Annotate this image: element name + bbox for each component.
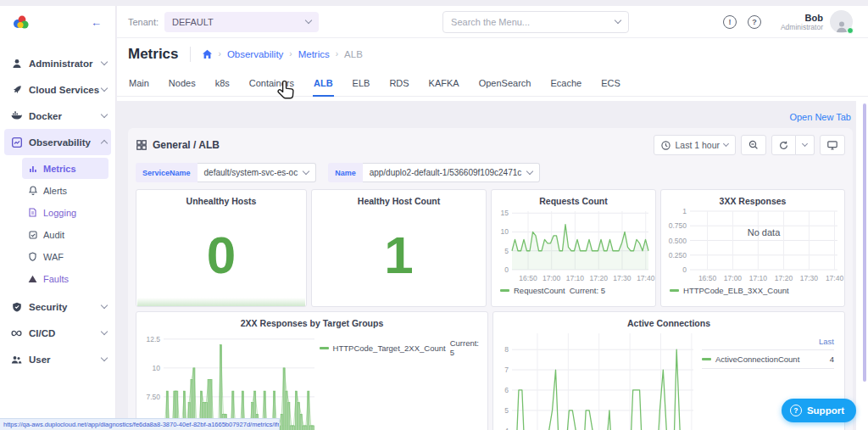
vertical-scrollbar[interactable] (863, 103, 866, 382)
panel-title: Requests Count (492, 190, 655, 206)
time-range-picker[interactable]: Last 1 hour (654, 135, 736, 155)
name-select[interactable]: app/duplo2-default-1/536609f109c2471c (363, 163, 541, 182)
chevron-down-icon (101, 302, 108, 309)
chevron-down-icon (101, 328, 108, 335)
svg-text:0.750: 0.750 (669, 221, 687, 230)
breadcrumb-row: Metrics › Observability › Metrics › ALB (117, 38, 868, 70)
panel-healthy-host-count: Healthy Host Count 1 (311, 189, 487, 307)
breadcrumb-link-metrics[interactable]: Metrics (298, 49, 330, 59)
checklist-icon (28, 230, 37, 239)
sidebar-item-observability[interactable]: Observability (4, 129, 111, 155)
dashboard-content: Open New Tab General / ALB Last 1 hour (117, 101, 856, 430)
template-variables: ServiceName default/system-svc-es-oc Nam… (136, 163, 845, 182)
open-new-tab-link[interactable]: Open New Tab (789, 112, 851, 122)
docker-whale-icon (11, 110, 22, 121)
bar-chart-icon (28, 164, 37, 173)
duplocloud-logo[interactable] (10, 14, 31, 31)
avatar[interactable] (830, 10, 853, 33)
legend[interactable]: RequestCount Current: 5 (492, 284, 655, 295)
legend[interactable]: HTTPCode_ELB_3XX_Count (661, 284, 844, 295)
tab-kafka[interactable]: KAFKA (428, 75, 460, 97)
tab-k8s[interactable]: k8s (214, 75, 231, 97)
panel-title: 3XX Responses (661, 190, 844, 206)
menu-search-input[interactable]: Search the Menu... (442, 11, 629, 33)
chevron-down-icon (101, 355, 108, 361)
chevron-down-icon (101, 59, 108, 65)
tab-nodes[interactable]: Nodes (168, 75, 197, 97)
chevron-up-icon (101, 140, 108, 147)
zoom-out-button[interactable] (741, 135, 766, 155)
tab-containers[interactable]: Containers (248, 75, 295, 97)
sidebar-item-cicd[interactable]: CI/CD (0, 320, 115, 346)
tab-rds[interactable]: RDS (388, 75, 409, 97)
infinity-icon (11, 327, 22, 338)
legend[interactable]: HTTPCode_Target_2XX_Count Current: 5 (321, 328, 487, 430)
svg-text:17:30: 17:30 (800, 274, 819, 282)
sidebar: ← Administrator Cloud Services Docker (0, 6, 116, 430)
sidebar-item-metrics[interactable]: Metrics (22, 158, 108, 179)
chevron-down-icon (101, 111, 108, 118)
sidebar-item-administrator[interactable]: Administrator (0, 50, 115, 76)
sidebar-item-faults[interactable]: Faults (22, 268, 108, 289)
svg-text:0.250: 0.250 (669, 251, 687, 260)
sidebar-item-docker[interactable]: Docker (0, 103, 115, 129)
breadcrumb-separator: › (219, 49, 221, 59)
dashboard-title: General / ALB (153, 139, 220, 151)
sidebar-item-alerts[interactable]: Alerts (22, 180, 108, 201)
svg-text:17:40: 17:40 (637, 274, 655, 282)
sidebar-collapse-icon[interactable]: ← (91, 16, 102, 29)
refresh-interval-dropdown[interactable] (796, 135, 815, 155)
sidebar-item-audit[interactable]: Audit (22, 224, 108, 245)
tab-ecs[interactable]: ECS (600, 75, 621, 97)
svg-text:7.50: 7.50 (146, 393, 160, 401)
chevron-down-icon (723, 141, 729, 147)
sidebar-item-waf[interactable]: WAF (22, 246, 108, 267)
name-label: Name (328, 163, 363, 182)
tab-main[interactable]: Main (128, 75, 150, 97)
breadcrumb-current: ALB (344, 49, 363, 59)
chevron-down-icon (802, 141, 808, 147)
observability-subnav: Metrics Alerts Logging Audit (0, 155, 115, 293)
panel-title: Active Connections (493, 312, 844, 328)
sidebar-item-user[interactable]: User (0, 346, 115, 372)
notifications-icon[interactable]: ! (723, 15, 737, 29)
sidebar-item-cloud-services[interactable]: Cloud Services (0, 76, 115, 103)
bell-icon (28, 186, 37, 195)
main-area: Tenant: DEFAULT Search the Menu... ! ? B… (117, 6, 868, 430)
panel-unhealthy-hosts: Unhealthy Hosts 0 (136, 189, 307, 307)
stat-sparkline (137, 298, 305, 306)
servicename-label: ServiceName (136, 163, 198, 182)
user-menu[interactable]: Bob Administrator (781, 10, 853, 33)
tab-elb[interactable]: ELB (352, 75, 371, 97)
tab-ecache[interactable]: Ecache (549, 75, 582, 97)
svg-text:7: 7 (504, 366, 509, 374)
home-icon[interactable] (202, 48, 213, 59)
person-icon (11, 58, 22, 69)
breadcrumb-link-observability[interactable]: Observability (227, 49, 283, 59)
svg-text:10: 10 (153, 364, 161, 372)
chevron-down-icon (303, 168, 309, 175)
svg-text:0: 0 (682, 265, 687, 274)
tenant-select[interactable]: DEFAULT (164, 12, 319, 32)
svg-text:12.5: 12.5 (146, 335, 160, 343)
sidebar-item-logging[interactable]: Logging (22, 202, 108, 223)
svg-text:17:20: 17:20 (590, 274, 609, 282)
sidebar-item-security[interactable]: Security (0, 293, 115, 320)
svg-text:17:20: 17:20 (775, 274, 793, 282)
refresh-icon (779, 141, 788, 150)
legend-swatch (670, 289, 679, 292)
tab-opensearch[interactable]: OpenSearch (478, 75, 532, 97)
sidebar-nav: Administrator Cloud Services Docker Obse… (0, 38, 115, 372)
svg-text:17:00: 17:00 (724, 274, 743, 282)
help-icon[interactable]: ? (748, 15, 761, 29)
legend-column-header[interactable]: Last (702, 337, 834, 349)
svg-text:6: 6 (504, 386, 509, 394)
support-button[interactable]: ? Support (782, 399, 856, 422)
servicename-select[interactable]: default/system-svc-es-oc (198, 163, 317, 182)
observability-chart-icon (11, 137, 22, 148)
chevron-down-icon (101, 85, 108, 92)
refresh-button[interactable] (771, 135, 796, 155)
svg-text:0.500: 0.500 (669, 237, 687, 245)
display-mode-button[interactable] (820, 135, 845, 155)
tab-alb[interactable]: ALB (313, 75, 334, 97)
